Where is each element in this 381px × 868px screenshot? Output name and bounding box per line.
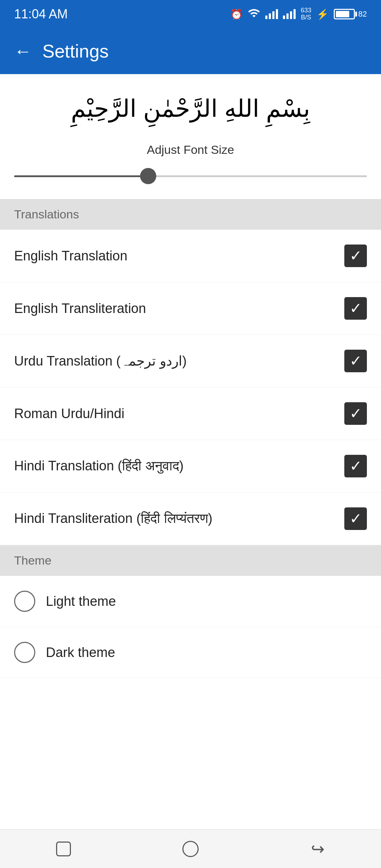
- english-translation-label: English Translation: [14, 248, 127, 264]
- status-bar: 11:04 AM ⏰ 633B/S ⚡: [0, 0, 381, 28]
- battery-icon: [334, 9, 355, 19]
- urdu-translation-checkbox[interactable]: ✓: [344, 350, 367, 372]
- back-button[interactable]: ←: [14, 41, 32, 61]
- theme-light[interactable]: Light theme: [0, 576, 381, 627]
- theme-header: Theme: [0, 545, 381, 576]
- signal-bars-2: [283, 9, 296, 19]
- status-time: 11:04 AM: [14, 7, 68, 22]
- nav-recents-button[interactable]: [49, 835, 78, 863]
- roman-urdu-label: Roman Urdu/Hindi: [14, 406, 125, 421]
- recents-icon: [56, 842, 71, 856]
- back-icon: ↩: [311, 839, 325, 858]
- hindi-transliteration-checkbox[interactable]: ✓: [344, 507, 367, 530]
- nav-home-button[interactable]: [176, 835, 205, 863]
- setting-hindi-translation[interactable]: Hindi Translation (हिंदी अनुवाद) ✓: [0, 440, 381, 493]
- slider-fill: [14, 175, 148, 177]
- setting-english-transliteration[interactable]: English Transliteration ✓: [0, 282, 381, 335]
- font-size-label: Adjust Font Size: [14, 143, 367, 157]
- nav-back-button[interactable]: ↩: [303, 835, 332, 863]
- radio-inner-dark: [20, 647, 30, 657]
- bottom-nav: ↩: [0, 829, 381, 868]
- battery-container: 82: [334, 9, 367, 19]
- radio-inner-light: [20, 596, 30, 606]
- hindi-translation-checkbox[interactable]: ✓: [344, 455, 367, 477]
- alarm-icon: ⏰: [230, 8, 243, 20]
- signal-bars-1: [265, 9, 278, 19]
- checkbox-check-icon-4: ✓: [350, 406, 362, 421]
- hindi-translation-label: Hindi Translation (हिंदी अनुवाद): [14, 458, 183, 474]
- checkbox-check-icon-6: ✓: [350, 511, 362, 526]
- battery-level: 82: [358, 10, 367, 19]
- data-speed: 633B/S: [301, 7, 311, 21]
- english-transliteration-label: English Transliteration: [14, 301, 146, 316]
- app-title: Settings: [42, 41, 109, 62]
- font-size-section: Adjust Font Size: [0, 136, 381, 199]
- arabic-section: بِسْمِ اللهِ الرَّحْمٰنِ الرَّحِيْمِ: [0, 74, 381, 136]
- hindi-transliteration-label: Hindi Transliteration (हिंदी लिप्यंतरण): [14, 511, 212, 526]
- light-theme-label: Light theme: [46, 594, 116, 609]
- wifi-icon: [248, 7, 260, 22]
- setting-urdu-translation[interactable]: Urdu Translation (اردو ترجمہ) ✓: [0, 335, 381, 387]
- setting-english-translation[interactable]: English Translation ✓: [0, 230, 381, 282]
- theme-dark[interactable]: Dark theme: [0, 627, 381, 678]
- setting-roman-urdu[interactable]: Roman Urdu/Hindi ✓: [0, 387, 381, 440]
- dark-theme-radio[interactable]: [14, 642, 35, 663]
- urdu-translation-label: Urdu Translation (اردو ترجمہ): [14, 353, 187, 369]
- app-bar: ← Settings: [0, 28, 381, 74]
- slider-thumb[interactable]: [140, 168, 156, 184]
- dark-theme-label: Dark theme: [46, 645, 115, 660]
- translations-header: Translations: [0, 199, 381, 230]
- slider-track: [14, 175, 367, 177]
- arabic-text: بِسْمِ اللهِ الرَّحْمٰنِ الرَّحِيْمِ: [14, 92, 367, 125]
- status-icons: ⏰ 633B/S ⚡ 82: [230, 7, 367, 22]
- charging-icon: ⚡: [316, 8, 329, 20]
- checkbox-check-icon-3: ✓: [350, 354, 362, 368]
- setting-hindi-transliteration[interactable]: Hindi Transliteration (हिंदी लिप्यंतरण) …: [0, 493, 381, 545]
- checkbox-check-icon-2: ✓: [350, 301, 362, 316]
- english-transliteration-checkbox[interactable]: ✓: [344, 297, 367, 320]
- light-theme-radio[interactable]: [14, 591, 35, 612]
- checkbox-check-icon: ✓: [350, 248, 362, 263]
- font-size-slider[interactable]: [14, 167, 367, 185]
- checkbox-check-icon-5: ✓: [350, 459, 362, 474]
- home-icon: [182, 841, 199, 857]
- english-translation-checkbox[interactable]: ✓: [344, 245, 367, 267]
- main-content: بِسْمِ اللهِ الرَّحْمٰنِ الرَّحِيْمِ Adj…: [0, 74, 381, 678]
- roman-urdu-checkbox[interactable]: ✓: [344, 402, 367, 425]
